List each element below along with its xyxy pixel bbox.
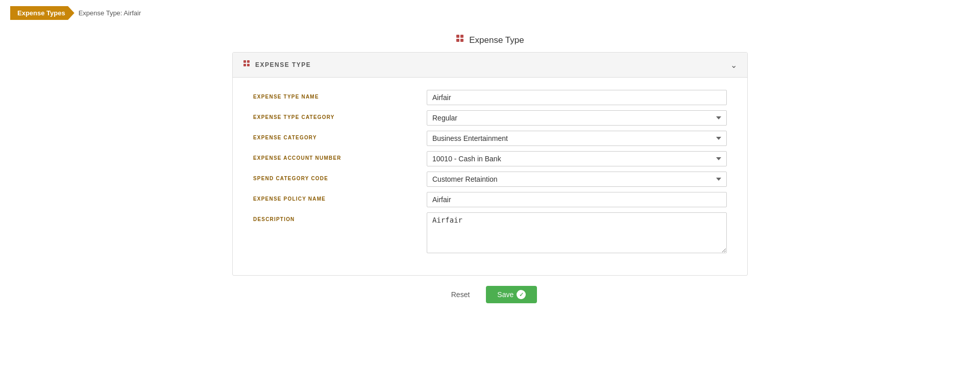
expense-type-category-field: Regular Personal Business: [427, 110, 727, 126]
spend-category-code-field: Customer Retaintion Travel Marketing: [427, 172, 727, 187]
card-body: EXPENSE TYPE NAME EXPENSE TYPE CATEGORY …: [233, 78, 747, 275]
page-title-text: Expense Type: [469, 35, 524, 45]
expense-category-row: EXPENSE CATEGORY Business Entertainment …: [253, 131, 727, 146]
expense-type-card: EXPENSE TYPE ⌄ EXPENSE TYPE NAME EXPENSE…: [232, 52, 748, 276]
expense-type-category-select[interactable]: Regular Personal Business: [427, 110, 727, 126]
spend-category-code-select[interactable]: Customer Retaintion Travel Marketing: [427, 172, 727, 187]
expense-account-number-field: 10010 - Cash in Bank 10020 - Accounts Re…: [427, 151, 727, 166]
card-header-left: EXPENSE TYPE: [243, 60, 311, 70]
expense-policy-name-field: [427, 192, 727, 207]
page-title-area: Expense Type: [0, 34, 980, 46]
reset-button[interactable]: Reset: [443, 286, 478, 303]
svg-rect-3: [460, 39, 463, 42]
svg-rect-2: [456, 39, 459, 42]
breadcrumb: Expense Types Expense Type: Airfair: [0, 0, 980, 26]
save-check-icon: ✓: [517, 290, 526, 299]
description-row: DESCRIPTION Airfair: [253, 212, 727, 255]
breadcrumb-current: Expense Type: Airfair: [79, 9, 141, 17]
description-label: DESCRIPTION: [253, 212, 416, 222]
expense-account-number-select[interactable]: 10010 - Cash in Bank 10020 - Accounts Re…: [427, 151, 727, 166]
svg-rect-5: [247, 60, 250, 63]
expense-type-name-field: [427, 90, 727, 105]
footer-buttons: Reset Save ✓: [0, 286, 980, 303]
description-field: Airfair: [427, 212, 727, 255]
page-title-icon: [456, 34, 465, 46]
spend-category-code-row: SPEND CATEGORY CODE Customer Retaintion …: [253, 172, 727, 187]
card-collapse-button[interactable]: ⌄: [730, 60, 737, 70]
expense-type-name-row: EXPENSE TYPE NAME: [253, 90, 727, 105]
expense-account-number-row: EXPENSE ACCOUNT NUMBER 10010 - Cash in B…: [253, 151, 727, 166]
expense-category-select[interactable]: Business Entertainment Travel Meals: [427, 131, 727, 146]
card-header-title: EXPENSE TYPE: [255, 61, 311, 68]
expense-policy-name-label: EXPENSE POLICY NAME: [253, 192, 416, 202]
svg-rect-4: [243, 60, 246, 63]
svg-rect-6: [243, 64, 246, 66]
card-header: EXPENSE TYPE ⌄: [233, 53, 747, 78]
expense-type-category-label: EXPENSE TYPE CATEGORY: [253, 110, 416, 120]
svg-rect-0: [456, 35, 459, 38]
spend-category-code-label: SPEND CATEGORY CODE: [253, 172, 416, 181]
save-button[interactable]: Save ✓: [486, 286, 537, 303]
breadcrumb-parent[interactable]: Expense Types: [10, 6, 75, 20]
save-button-label: Save: [497, 290, 513, 299]
expense-type-name-label: EXPENSE TYPE NAME: [253, 90, 416, 100]
expense-type-name-input[interactable]: [427, 90, 727, 105]
expense-category-field: Business Entertainment Travel Meals: [427, 131, 727, 146]
expense-type-category-row: EXPENSE TYPE CATEGORY Regular Personal B…: [253, 110, 727, 126]
expense-policy-name-input[interactable]: [427, 192, 727, 207]
card-header-icon: [243, 60, 251, 70]
expense-account-number-label: EXPENSE ACCOUNT NUMBER: [253, 151, 416, 161]
expense-category-label: EXPENSE CATEGORY: [253, 131, 416, 140]
expense-policy-name-row: EXPENSE POLICY NAME: [253, 192, 727, 207]
description-textarea[interactable]: Airfair: [427, 212, 727, 253]
svg-rect-7: [247, 64, 250, 66]
svg-rect-1: [460, 35, 463, 38]
